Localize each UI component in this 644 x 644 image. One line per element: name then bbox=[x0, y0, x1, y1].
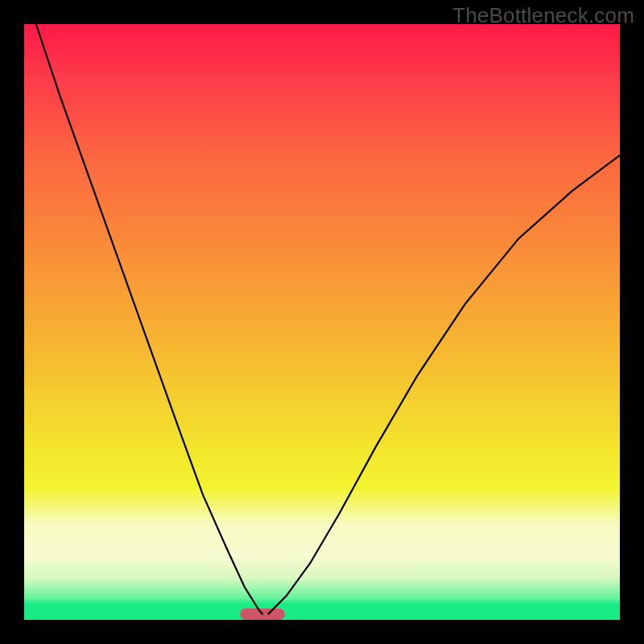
watermark-text: TheBottleneck.com bbox=[452, 3, 634, 28]
plot-area bbox=[24, 24, 620, 620]
curve-left-branch bbox=[36, 24, 262, 614]
chart-frame: TheBottleneck.com bbox=[0, 0, 644, 644]
chart-svg bbox=[24, 24, 620, 620]
curve-right-branch bbox=[268, 155, 620, 614]
